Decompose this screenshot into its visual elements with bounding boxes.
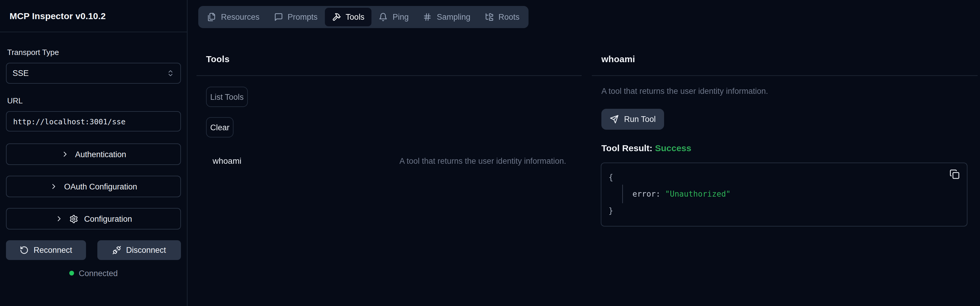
message-square-icon <box>274 13 283 22</box>
tool-result-json: { error: "Unauthorized" } <box>601 163 967 226</box>
bell-icon <box>379 13 388 22</box>
json-close-brace: } <box>609 204 960 217</box>
json-key: error: <box>632 190 660 198</box>
tool-result-label: Tool Result: <box>601 143 652 153</box>
tabbar: Resources Prompts Tools Ping <box>198 6 528 28</box>
tab-resources[interactable]: Resources <box>200 8 267 26</box>
disconnect-button[interactable]: Disconnect <box>97 240 181 260</box>
chevrons-up-down-icon <box>167 69 174 77</box>
json-open-brace: { <box>609 171 960 183</box>
app-title: MCP Inspector v0.10.2 <box>10 11 106 21</box>
divider <box>196 75 582 76</box>
divider <box>592 75 978 76</box>
tab-label: Sampling <box>437 13 471 22</box>
authentication-label: Authentication <box>75 150 126 159</box>
sidebar-body: Transport Type SSE URL Authentication <box>0 32 187 279</box>
oauth-configuration-label: OAuth Configuration <box>64 182 137 191</box>
tab-roots[interactable]: Roots <box>477 8 527 26</box>
oauth-configuration-toggle[interactable]: OAuth Configuration <box>6 176 181 197</box>
unplug-icon <box>112 245 121 255</box>
transport-type-value: SSE <box>13 69 29 78</box>
tab-sampling[interactable]: Sampling <box>416 8 478 26</box>
run-tool-label: Run Tool <box>624 115 656 124</box>
chevron-right-icon <box>50 182 58 191</box>
sidebar-header: MCP Inspector v0.10.2 <box>0 0 187 32</box>
tool-description: A tool that returns the user identity in… <box>399 156 566 165</box>
reconnect-label: Reconnect <box>33 245 72 255</box>
disconnect-label: Disconnect <box>126 245 166 255</box>
copy-icon <box>950 169 960 179</box>
main-content: Resources Prompts Tools Ping <box>188 0 980 306</box>
files-icon <box>207 13 216 22</box>
url-input[interactable] <box>6 111 181 131</box>
tool-detail-panel: whoami A tool that returns the user iden… <box>592 54 978 226</box>
json-string-value: "Unauthorized" <box>665 190 731 198</box>
tab-label: Resources <box>221 13 259 22</box>
json-body: error: "Unauthorized" <box>622 185 960 203</box>
configuration-label: Configuration <box>84 214 132 223</box>
connected-dot-icon <box>69 271 74 276</box>
tool-result-status: Success <box>655 143 691 153</box>
tab-label: Prompts <box>288 13 318 22</box>
gear-icon <box>69 214 78 223</box>
tools-list-panel: Tools List Tools Clear whoami A tool tha… <box>196 54 582 167</box>
list-tools-button[interactable]: List Tools <box>206 87 248 107</box>
tools-panel-title: Tools <box>206 54 572 65</box>
tab-label: Roots <box>498 13 520 22</box>
tool-name: whoami <box>213 156 242 166</box>
clear-button[interactable]: Clear <box>206 117 234 137</box>
detail-panel-description: A tool that returns the user identity in… <box>601 87 968 96</box>
transport-type-select[interactable]: SSE <box>6 63 181 84</box>
run-tool-button[interactable]: Run Tool <box>601 109 664 130</box>
sidebar: MCP Inspector v0.10.2 Transport Type SSE… <box>0 0 188 306</box>
copy-button[interactable] <box>950 169 960 179</box>
reconnect-button[interactable]: Reconnect <box>6 240 86 260</box>
tab-label: Tools <box>346 13 364 22</box>
tool-list-item-whoami[interactable]: whoami A tool that returns the user iden… <box>206 155 572 167</box>
transport-type-label: Transport Type <box>7 48 181 57</box>
authentication-toggle[interactable]: Authentication <box>6 143 181 165</box>
url-label: URL <box>7 96 181 105</box>
rotate-ccw-icon <box>20 245 29 255</box>
tab-label: Ping <box>393 13 409 22</box>
detail-panel-title: whoami <box>601 54 968 65</box>
hash-icon <box>423 13 432 22</box>
hammer-icon <box>332 13 341 22</box>
tab-ping[interactable]: Ping <box>372 8 416 26</box>
configuration-toggle[interactable]: Configuration <box>6 208 181 230</box>
tab-tools[interactable]: Tools <box>325 8 372 26</box>
send-icon <box>610 115 619 124</box>
app-root: MCP Inspector v0.10.2 Transport Type SSE… <box>0 0 980 306</box>
chevron-right-icon <box>60 150 69 158</box>
connected-label: Connected <box>79 269 118 277</box>
chevron-right-icon <box>55 215 63 223</box>
tool-result-line: Tool Result: Success <box>601 143 968 154</box>
connection-actions: Reconnect Disconnect <box>6 240 181 260</box>
tab-prompts[interactable]: Prompts <box>267 8 325 26</box>
folder-tree-icon <box>485 13 493 22</box>
connection-status: Connected <box>6 268 181 279</box>
